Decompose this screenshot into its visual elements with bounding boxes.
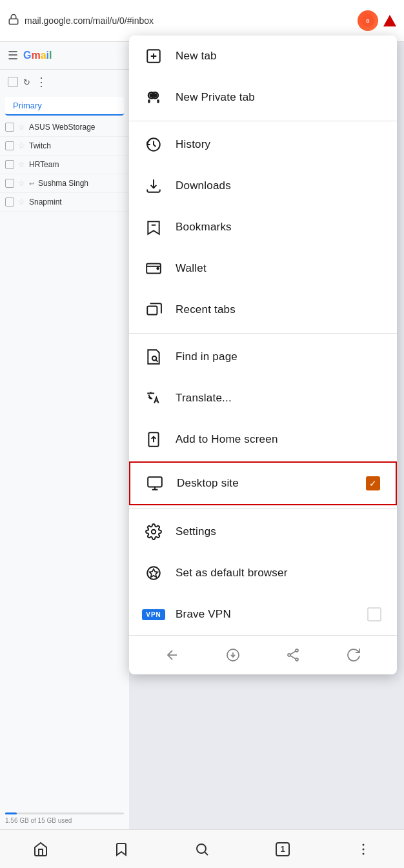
find-in-page-label: Find in page xyxy=(176,350,381,363)
home-button[interactable] xyxy=(25,833,57,865)
item-name: Sushma Singh xyxy=(38,179,88,188)
new-tab-label: New tab xyxy=(176,50,381,63)
item-name: HRTeam xyxy=(29,160,59,169)
list-item[interactable]: ☆ Twitch xyxy=(0,137,129,156)
menu-item-translate[interactable]: Translate... xyxy=(129,378,397,419)
menu-item-set-default[interactable]: Set as default browser xyxy=(129,552,397,594)
list-item[interactable]: ☆ HRTeam xyxy=(0,156,129,174)
find-in-page-icon xyxy=(145,348,163,366)
list-item[interactable]: ☆ ASUS WebStorage xyxy=(0,118,129,137)
add-to-home-icon xyxy=(145,430,163,449)
bookmark-button[interactable] xyxy=(105,833,137,865)
star-icon[interactable]: ☆ xyxy=(18,141,25,150)
more-button[interactable] xyxy=(347,833,379,865)
menu-item-bookmarks[interactable]: Bookmarks xyxy=(129,207,397,248)
svg-rect-10 xyxy=(148,99,150,103)
star-icon[interactable]: ☆ xyxy=(18,179,25,188)
history-icon xyxy=(145,136,163,154)
desktop-site-label: Desktop site xyxy=(177,477,353,490)
svg-point-29 xyxy=(296,658,298,661)
back-button[interactable] xyxy=(161,643,184,667)
settings-icon xyxy=(145,523,163,541)
divider-2 xyxy=(129,333,397,334)
brave-avatar[interactable]: B xyxy=(358,10,378,31)
bookmarks-label: Bookmarks xyxy=(176,221,381,234)
desktop-site-checkbox[interactable]: ✓ xyxy=(366,476,380,490)
history-label: History xyxy=(176,138,381,151)
dropdown-toolbar xyxy=(129,635,397,674)
search-button[interactable] xyxy=(186,833,218,865)
menu-item-new-private-tab[interactable]: New Private tab xyxy=(129,77,397,118)
url-display[interactable]: mail.google.com/mail/u/0/#inbox xyxy=(25,15,352,26)
item-checkbox[interactable] xyxy=(5,123,14,132)
translate-label: Translate... xyxy=(176,392,381,405)
tab-count-button[interactable]: 1 xyxy=(267,833,299,865)
share-button[interactable] xyxy=(281,643,305,667)
hamburger-icon[interactable]: ☰ xyxy=(8,48,18,63)
gmail-toolbar: ↻ ⋮ xyxy=(0,70,129,94)
gmail-logo: Gmail xyxy=(23,50,52,61)
item-name: ASUS WebStorage xyxy=(29,123,96,132)
svg-text:B: B xyxy=(366,19,369,23)
set-default-label: Set as default browser xyxy=(176,567,381,580)
menu-item-desktop-site[interactable]: Desktop site ✓ xyxy=(129,461,397,505)
private-tab-icon xyxy=(145,88,163,106)
svg-point-36 xyxy=(363,853,365,854)
svg-point-27 xyxy=(296,649,298,652)
menu-item-history[interactable]: History xyxy=(129,124,397,165)
svg-point-35 xyxy=(363,848,365,850)
primary-tab[interactable]: Primary xyxy=(5,97,124,116)
vpn-checkbox[interactable] xyxy=(367,607,381,621)
item-checkbox[interactable] xyxy=(5,179,14,188)
brave-vpn-label: Brave VPN xyxy=(176,608,354,621)
divider-1 xyxy=(129,121,397,121)
compose-icon xyxy=(8,77,18,87)
svg-point-34 xyxy=(363,843,365,845)
menu-item-new-tab[interactable]: New tab xyxy=(129,35,397,77)
list-item[interactable]: ☆ Snapmint xyxy=(0,193,129,212)
star-icon[interactable]: ☆ xyxy=(18,123,25,132)
svg-line-17 xyxy=(156,360,158,362)
svg-rect-11 xyxy=(157,99,159,103)
star-icon[interactable]: ☆ xyxy=(18,160,25,169)
svg-point-16 xyxy=(152,356,157,361)
item-name: Twitch xyxy=(29,141,51,150)
vpn-icon: VPN xyxy=(145,605,163,623)
bookmarks-icon xyxy=(145,218,163,236)
add-to-home-label: Add to Home screen xyxy=(176,433,381,446)
item-checkbox[interactable] xyxy=(5,141,14,150)
downloads-icon xyxy=(145,177,163,195)
svg-line-30 xyxy=(290,651,296,654)
reload-button[interactable] xyxy=(342,643,365,667)
gmail-header: ☰ Gmail xyxy=(0,42,129,70)
recent-tabs-icon xyxy=(145,301,163,319)
menu-item-add-to-home[interactable]: Add to Home screen xyxy=(129,419,397,460)
menu-item-downloads[interactable]: Downloads xyxy=(129,165,397,207)
recent-tabs-label: Recent tabs xyxy=(176,303,381,316)
svg-point-23 xyxy=(152,530,156,534)
download-button[interactable] xyxy=(221,643,245,667)
downloads-label: Downloads xyxy=(176,179,381,192)
menu-item-recent-tabs[interactable]: Recent tabs xyxy=(129,289,397,330)
vpn-badge: VPN xyxy=(142,609,165,620)
desktop-site-icon xyxy=(146,474,164,492)
item-checkbox[interactable] xyxy=(5,197,14,207)
menu-item-wallet[interactable]: Wallet xyxy=(129,248,397,289)
set-default-icon xyxy=(145,564,163,582)
reload-icon[interactable]: ↻ xyxy=(23,77,30,87)
item-checkbox[interactable] xyxy=(5,160,14,169)
gmail-storage: 1.56 GB of 15 GB used xyxy=(0,807,129,829)
list-item[interactable]: ☆ ↩ Sushma Singh xyxy=(0,174,129,193)
divider-3 xyxy=(129,508,397,509)
context-menu: New tab New Private tab Histor xyxy=(129,35,397,674)
new-tab-icon xyxy=(145,47,163,65)
wallet-label: Wallet xyxy=(176,262,381,275)
alert-icon xyxy=(383,15,396,26)
svg-marker-25 xyxy=(150,569,158,578)
menu-item-settings[interactable]: Settings xyxy=(129,511,397,552)
menu-item-brave-vpn[interactable]: VPN Brave VPN xyxy=(129,594,397,635)
more-icon[interactable]: ⋮ xyxy=(35,75,47,89)
star-icon[interactable]: ☆ xyxy=(18,197,25,207)
svg-point-28 xyxy=(288,654,290,656)
menu-item-find-in-page[interactable]: Find in page xyxy=(129,336,397,378)
